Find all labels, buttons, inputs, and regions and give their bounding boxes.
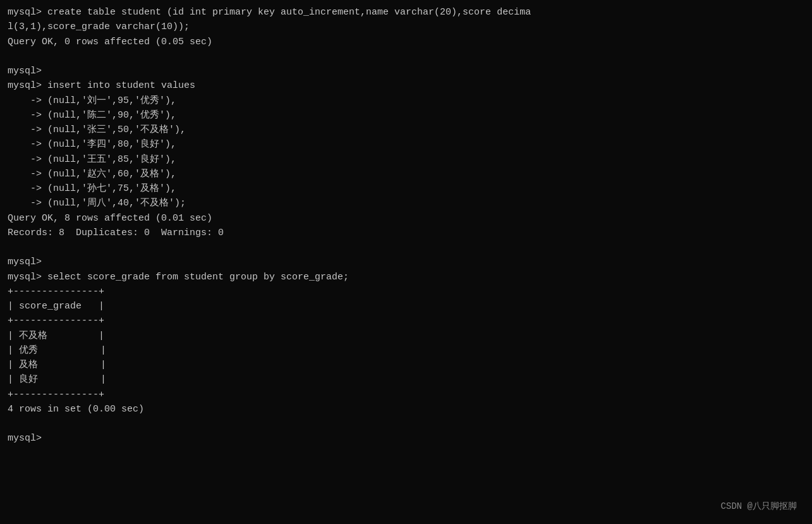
line-2: l(3,1),score_grade varchar(10)); [8, 20, 804, 34]
line-19: mysql> select score_grade from student g… [8, 270, 804, 284]
line-13: -> (null,'孙七',75,'及格'), [8, 181, 804, 196]
line-10: -> (null,'李四',80,'良好'), [8, 137, 804, 152]
table-header-sep: +---------------+ [8, 314, 804, 328]
line-5: mysql> [8, 64, 804, 78]
line-7: -> (null,'刘一',95,'优秀'), [8, 94, 804, 108]
line-30: mysql> [8, 431, 804, 446]
line-18: mysql> [8, 255, 804, 269]
table-border-top: +---------------+ [8, 284, 804, 299]
line-1: mysql> create table student (id int prim… [8, 5, 804, 20]
empty-line-3 [8, 417, 804, 431]
table-row-3: | 及格 | [8, 358, 804, 372]
terminal-content: mysql> create table student (id int prim… [8, 5, 804, 446]
line-6: mysql> insert into student values [8, 78, 804, 93]
line-9: -> (null,'张三',50,'不及格'), [8, 123, 804, 137]
line-16: Records: 8 Duplicates: 0 Warnings: 0 [8, 226, 804, 240]
empty-line-2 [8, 240, 804, 255]
table-row-2: | 优秀 | [8, 343, 804, 358]
line-14: -> (null,'周八',40,'不及格'); [8, 196, 804, 210]
table-row-4: | 良好 | [8, 372, 804, 387]
line-15: Query OK, 8 rows affected (0.01 sec) [8, 211, 804, 226]
table-row-1: | 不及格 | [8, 329, 804, 343]
table-header: | score_grade | [8, 299, 804, 314]
table-border-bottom: +---------------+ [8, 387, 804, 402]
line-3: Query OK, 0 rows affected (0.05 sec) [8, 35, 804, 49]
line-8: -> (null,'陈二',90,'优秀'), [8, 108, 804, 123]
line-11: -> (null,'王五',85,'良好'), [8, 152, 804, 167]
watermark: CSDN @八只脚抠脚 [721, 500, 797, 514]
empty-line-1 [8, 49, 804, 64]
line-12: -> (null,'赵六',60,'及格'), [8, 167, 804, 181]
terminal-window: mysql> create table student (id int prim… [8, 5, 804, 519]
line-28: 4 rows in set (0.00 sec) [8, 402, 804, 417]
